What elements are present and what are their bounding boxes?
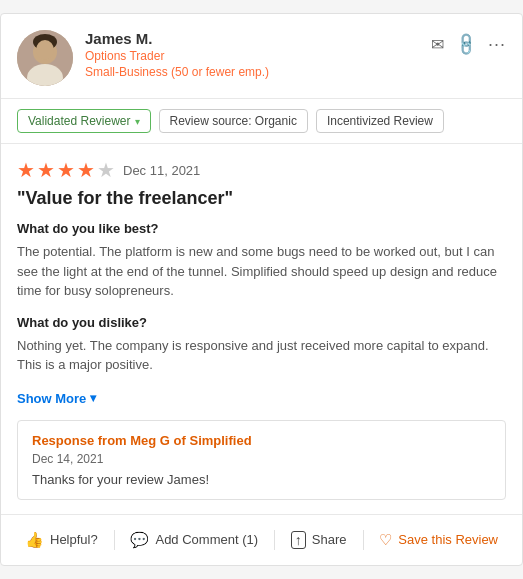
user-name: James M. — [85, 30, 269, 47]
divider-1 — [114, 530, 115, 550]
star-2: ★ — [37, 158, 55, 182]
user-role: Options Trader — [85, 49, 269, 63]
show-more-label: Show More — [17, 391, 86, 406]
response-date: Dec 14, 2021 — [32, 452, 491, 466]
helpful-label: Helpful? — [50, 532, 98, 547]
thumbs-up-icon: 👍 — [25, 531, 44, 549]
response-box: Response from Meg G of Simplified Dec 14… — [17, 420, 506, 500]
star-4: ★ — [77, 158, 95, 182]
add-comment-label: Add Comment (1) — [155, 532, 258, 547]
star-3: ★ — [57, 158, 75, 182]
incentivized-review-label: Incentivized Review — [327, 114, 433, 128]
validated-reviewer-badge[interactable]: Validated Reviewer ▾ — [17, 109, 151, 133]
avatar — [17, 30, 73, 86]
response-text: Thanks for your review James! — [32, 472, 491, 487]
svg-point-4 — [36, 40, 54, 60]
chevron-down-icon: ▾ — [135, 116, 140, 127]
review-body: ★ ★ ★ ★ ★ Dec 11, 2021 "Value for the fr… — [1, 144, 522, 514]
header-actions: ✉ 🔗 ··· — [431, 34, 506, 55]
link-icon[interactable]: 🔗 — [452, 31, 480, 59]
like-text: The potential. The platform is new and s… — [17, 242, 506, 301]
review-footer: 👍 Helpful? 💬 Add Comment (1) ↑ Share ♡ S… — [1, 514, 522, 565]
star-rating: ★ ★ ★ ★ ★ — [17, 158, 115, 182]
validated-reviewer-label: Validated Reviewer — [28, 114, 131, 128]
response-title: Response from Meg G of Simplified — [32, 433, 491, 448]
review-date: Dec 11, 2021 — [123, 163, 200, 178]
heart-icon: ♡ — [379, 531, 392, 549]
review-header: James M. Options Trader Small-Business (… — [1, 14, 522, 99]
share-button[interactable]: ↑ Share — [283, 527, 355, 553]
share-label: Share — [312, 532, 347, 547]
dislike-label: What do you dislike? — [17, 315, 506, 330]
divider-3 — [363, 530, 364, 550]
review-source-badge[interactable]: Review source: Organic — [159, 109, 308, 133]
divider-2 — [274, 530, 275, 550]
chevron-down-icon: ▾ — [90, 391, 96, 405]
user-info: James M. Options Trader Small-Business (… — [85, 30, 269, 79]
save-review-label: Save this Review — [398, 532, 498, 547]
review-source-label: Review source: Organic — [170, 114, 297, 128]
like-label: What do you like best? — [17, 221, 506, 236]
dislike-text: Nothing yet. The company is responsive a… — [17, 336, 506, 375]
user-company: Small-Business (50 or fewer emp.) — [85, 65, 269, 79]
star-5: ★ — [97, 158, 115, 182]
user-section: James M. Options Trader Small-Business (… — [17, 30, 269, 86]
review-title: "Value for the freelancer" — [17, 188, 506, 209]
rating-row: ★ ★ ★ ★ ★ Dec 11, 2021 — [17, 158, 506, 182]
save-review-button[interactable]: ♡ Save this Review — [371, 527, 506, 553]
incentivized-review-badge[interactable]: Incentivized Review — [316, 109, 444, 133]
star-1: ★ — [17, 158, 35, 182]
add-comment-button[interactable]: 💬 Add Comment (1) — [122, 527, 266, 553]
more-icon[interactable]: ··· — [488, 34, 506, 55]
share-icon: ↑ — [291, 531, 306, 549]
show-more-button[interactable]: Show More ▾ — [17, 391, 96, 406]
review-card: James M. Options Trader Small-Business (… — [0, 13, 523, 566]
comment-icon: 💬 — [130, 531, 149, 549]
mail-icon[interactable]: ✉ — [431, 35, 444, 54]
badges-row: Validated Reviewer ▾ Review source: Orga… — [1, 99, 522, 144]
helpful-button[interactable]: 👍 Helpful? — [17, 527, 106, 553]
